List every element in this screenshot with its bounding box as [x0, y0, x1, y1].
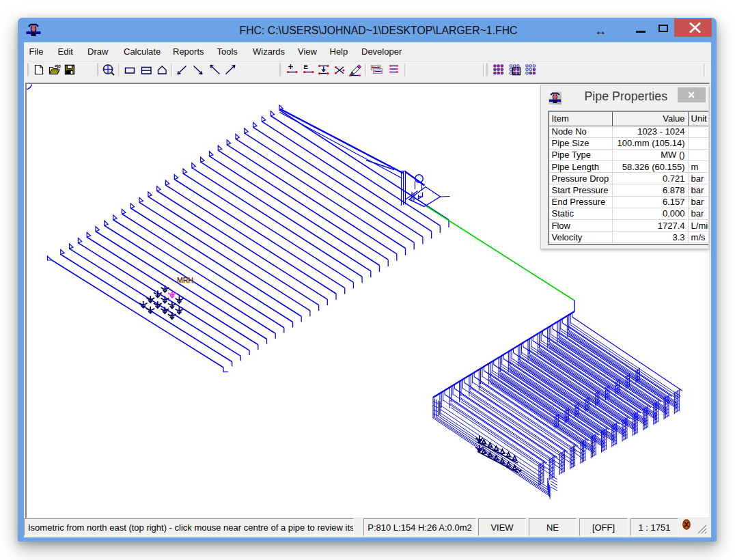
svg-text:E: E: [304, 63, 308, 70]
